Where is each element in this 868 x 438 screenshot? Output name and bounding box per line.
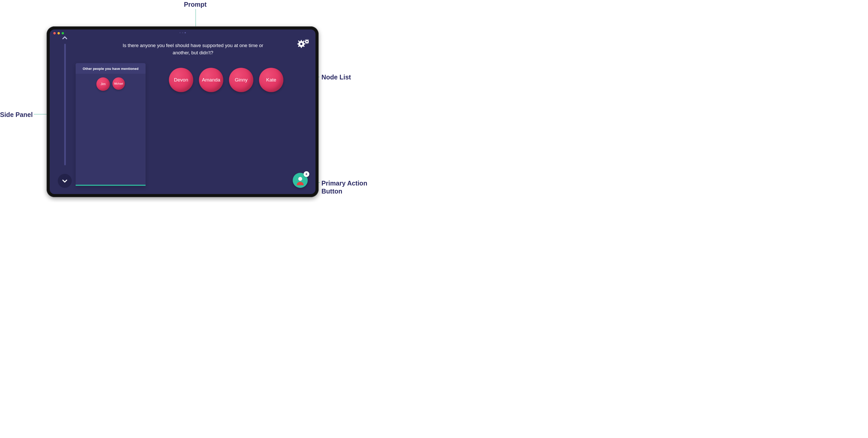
gear-icon xyxy=(297,38,309,48)
node-list: Devon Amanda Ginny Kate xyxy=(169,68,283,92)
side-panel-node[interactable]: Jim xyxy=(96,77,110,91)
annotation-label-side-panel: Side Panel xyxy=(0,111,33,119)
chevron-up-icon xyxy=(62,35,68,41)
side-panel-node[interactable]: Michael xyxy=(113,77,125,90)
svg-rect-1 xyxy=(301,46,302,48)
node-label: Kate xyxy=(266,77,276,83)
traffic-light-close xyxy=(53,32,56,34)
annotation-label-primary-action: Primary Action Button xyxy=(321,179,367,196)
nav-previous-button[interactable] xyxy=(62,35,68,41)
node[interactable]: Amanda xyxy=(199,68,223,92)
node[interactable]: Ginny xyxy=(229,68,253,92)
svg-rect-8 xyxy=(307,39,307,40)
window-traffic-lights xyxy=(53,32,64,34)
traffic-light-maximize xyxy=(62,32,64,34)
svg-rect-0 xyxy=(301,40,302,42)
primary-action-button[interactable]: + xyxy=(293,173,308,188)
side-panel-node-label: Jim xyxy=(100,82,105,86)
side-panel-body: Jim Michael xyxy=(75,74,146,94)
annotation-label-prompt: Prompt xyxy=(184,1,207,8)
diagram-stage: Prompt Side Panel Node List Primary Acti… xyxy=(0,0,402,202)
prompt-text: Is there anyone you feel should have sup… xyxy=(122,42,264,57)
page-dot-active xyxy=(185,32,186,33)
page-dot xyxy=(182,32,183,33)
tablet-frame: Is there anyone you feel should have sup… xyxy=(46,26,319,197)
node[interactable]: Devon xyxy=(169,68,193,92)
side-panel-node-label: Michael xyxy=(114,82,123,85)
annotation-label-node-list: Node List xyxy=(321,73,351,81)
settings-button[interactable] xyxy=(297,38,309,48)
node[interactable]: Kate xyxy=(259,68,283,92)
plus-badge: + xyxy=(304,171,309,177)
side-panel: Other people you have mentioned Jim Mich… xyxy=(75,63,146,186)
node-label: Ginny xyxy=(235,77,248,83)
svg-rect-3 xyxy=(304,43,305,44)
page-dot xyxy=(180,32,181,33)
svg-rect-10 xyxy=(305,41,305,42)
traffic-light-minimize xyxy=(58,32,60,34)
add-person-icon xyxy=(295,175,305,185)
stage-scrollbar[interactable] xyxy=(64,44,66,165)
node-label: Amanda xyxy=(202,77,220,83)
svg-rect-2 xyxy=(297,43,299,44)
node-label: Devon xyxy=(174,77,188,83)
svg-point-16 xyxy=(298,177,302,181)
page-indicator-dots xyxy=(180,32,186,33)
nav-next-button[interactable] xyxy=(58,174,72,188)
svg-rect-9 xyxy=(307,43,307,44)
chevron-down-icon xyxy=(62,178,68,184)
app-screen: Is there anyone you feel should have sup… xyxy=(50,30,315,194)
side-panel-title: Other people you have mentioned xyxy=(75,63,146,74)
